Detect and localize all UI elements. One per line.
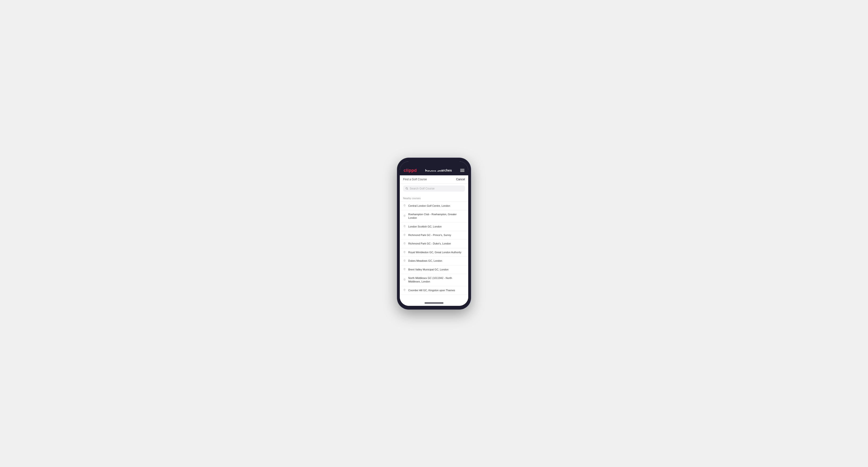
location-pin-icon — [403, 234, 406, 237]
location-pin-icon — [403, 215, 406, 218]
nearby-label: Nearby courses — [403, 197, 421, 199]
search-icon — [405, 187, 408, 190]
find-bar: Find a Golf Course Cancel — [400, 175, 468, 184]
search-input[interactable] — [410, 187, 463, 190]
svg-point-2 — [404, 205, 405, 206]
svg-point-5 — [404, 234, 405, 235]
svg-point-7 — [404, 252, 405, 252]
nearby-section: Nearby courses Central London Golf Centr… — [400, 194, 468, 301]
course-list-item[interactable]: Roehampton Club - Roehampton, Greater Lo… — [400, 210, 468, 222]
notch — [425, 165, 443, 170]
course-list-item[interactable]: Central London Golf Centre, London — [400, 202, 468, 210]
home-indicator — [400, 301, 468, 306]
svg-point-9 — [404, 269, 405, 269]
find-label: Find a Golf Course — [403, 178, 427, 181]
svg-point-11 — [404, 289, 405, 290]
nearby-header: Nearby courses — [400, 194, 468, 202]
course-list-item[interactable]: London Scottish GC, London — [400, 222, 468, 231]
course-name: London Scottish GC, London — [408, 225, 441, 228]
svg-point-0 — [406, 187, 408, 189]
course-name: North Middlesex GC (1011942 - North Midd… — [408, 276, 465, 284]
svg-point-3 — [404, 215, 405, 216]
location-pin-icon — [403, 289, 406, 292]
location-pin-icon — [403, 278, 406, 281]
course-list-item[interactable]: North Middlesex GC (1011942 - North Midd… — [400, 274, 468, 286]
course-list-item[interactable]: Royal Wimbledon GC, Great London Authori… — [400, 248, 468, 257]
location-pin-icon — [403, 242, 406, 245]
course-name: Royal Wimbledon GC, Great London Authori… — [408, 251, 461, 254]
location-pin-icon — [403, 268, 406, 271]
course-name: Central London Golf Centre, London — [408, 204, 450, 208]
svg-point-8 — [404, 260, 405, 261]
search-box — [403, 185, 465, 192]
svg-point-10 — [404, 279, 405, 280]
phone-screen: clippd Recent Searches Find a Golf Cours… — [400, 161, 468, 306]
location-pin-icon — [403, 205, 406, 207]
course-name: Brent Valley Municipal GC, London — [408, 268, 448, 271]
home-bar — [425, 303, 443, 304]
svg-line-1 — [407, 189, 408, 189]
main-content: Find a Golf Course Cancel Nearby courses — [400, 175, 468, 301]
course-list-item[interactable]: Coombe Hill GC, Kingston upon Thames — [400, 286, 468, 295]
course-list-item[interactable]: Brent Valley Municipal GC, London — [400, 266, 468, 274]
course-name: Roehampton Club - Roehampton, Greater Lo… — [408, 213, 465, 220]
course-name: Richmond Park GC - Duke's, London — [408, 242, 451, 245]
location-pin-icon — [403, 225, 406, 228]
svg-point-6 — [404, 243, 405, 244]
cancel-button[interactable]: Cancel — [456, 178, 465, 181]
course-name: Dukes Meadows GC, London — [408, 259, 442, 262]
location-pin-icon — [403, 259, 406, 262]
course-list-item[interactable]: Dukes Meadows GC, London — [400, 257, 468, 265]
phone-device: clippd Recent Searches Find a Golf Cours… — [397, 158, 471, 309]
course-name: Coombe Hill GC, Kingston upon Thames — [408, 289, 455, 292]
app-logo: clippd — [404, 168, 417, 173]
location-pin-icon — [403, 251, 406, 254]
course-name: Richmond Park GC - Prince's, Surrey — [408, 234, 451, 237]
course-list: Central London Golf Centre, LondonRoeham… — [400, 202, 468, 295]
svg-point-4 — [404, 226, 405, 226]
menu-icon[interactable] — [460, 169, 464, 172]
search-container — [400, 184, 468, 194]
course-list-item[interactable]: Richmond Park GC - Prince's, Surrey — [400, 231, 468, 240]
course-list-item[interactable]: Richmond Park GC - Duke's, London — [400, 240, 468, 248]
